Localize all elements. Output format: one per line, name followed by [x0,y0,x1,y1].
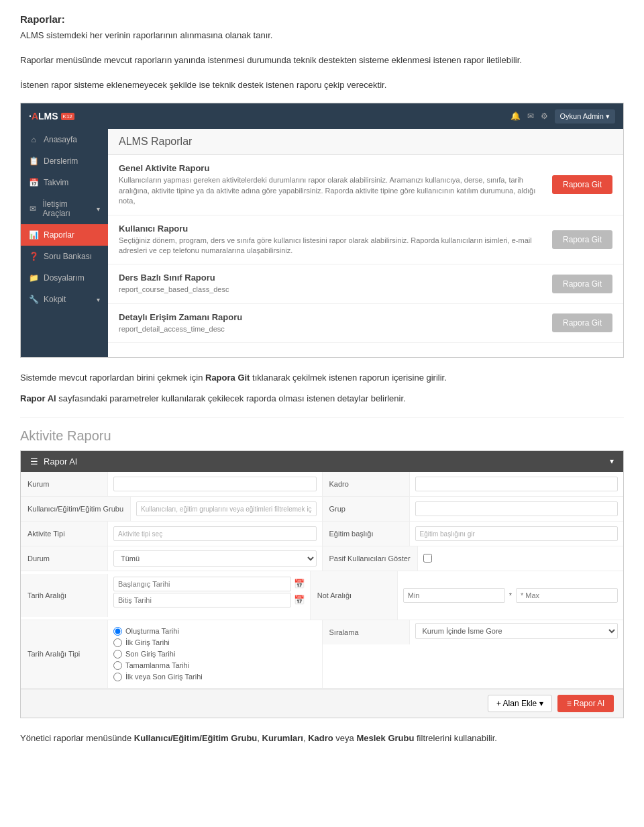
input-aktivite-tip[interactable] [113,526,317,541]
radio-ilkveson[interactable]: İlk veya Son Giriş Tarihi [113,673,203,681]
panel-chevron-icon[interactable]: ▾ [610,456,614,466]
select-siralama[interactable]: Kurum İçinde İsme Gore [415,623,619,639]
sidebar-item-takvim[interactable]: 📅 Takvim [21,172,108,193]
sidebar-item-kokpit[interactable]: 🔧 Kokpit ▾ [21,289,108,310]
report-btn-ders[interactable]: Rapora Git [552,275,612,293]
mid-text2-rest: sayfasındaki parametreler kullanılarak ç… [56,393,406,403]
notification-icon[interactable]: 🔔 [511,111,521,121]
form-half-kurum: Kurum [21,472,323,496]
rapor-panel-header: ☰ Rapor Al ▾ [21,451,623,472]
select-durum[interactable]: Tümü [113,550,317,567]
report-desc-genel: Kullanıcıların yapması gereken aktivitel… [119,175,544,206]
alms-topbar: ·ALMS K12 🔔 ✉ ⚙ Oykun Admin ▾ [21,103,623,129]
radio-input-ilkgiris[interactable] [113,638,122,647]
alms-main-content: ALMS Raporlar Genel Aktivite Raporu Kull… [108,129,623,357]
home-icon: ⌂ [29,135,38,144]
sidebar-label-iletisim: İletişim Araçları [42,199,91,218]
calendar-end-icon[interactable]: 📅 [294,595,305,605]
report-info-kullanici: Kullanıcı Raporu Seçtiğiniz dönem, progr… [119,224,544,256]
label-kadro: Kadro [323,472,410,496]
report-info-detayli: Detaylı Erişim Zamanı Raporu report_deta… [119,312,544,334]
field-egitim-baslik [410,524,624,544]
input-baslangic-tarihi[interactable] [113,577,291,591]
bottom-text: Yönetici raporlar menüsünde Kullanıcı/Eğ… [20,732,624,746]
input-kurum[interactable] [113,477,317,491]
form-half-not-aralik: Not Aralığı * [311,571,623,620]
field-durum: Tümü [108,548,322,569]
radio-label-songiris: Son Giriş Tarihi [125,650,175,658]
report-btn-detayli[interactable]: Rapora Git [552,313,612,332]
form-row-tarih: Tarih Aralığı 📅 📅 [21,571,623,620]
section-text2: Raporlar menüsünde mevcut raporların yan… [20,54,624,68]
courses-icon: 📋 [29,156,38,166]
radio-olusturma[interactable]: Oluşturma Tarihi [113,627,203,636]
bottom-bold-kullanici: Kullanıcı/Eğitim/Eğitim Grubu [134,733,257,743]
label-grup: Grup [323,497,410,521]
mail-icon[interactable]: ✉ [527,111,534,121]
sidebar-label-sorubankasi: Soru Bankası [44,252,92,261]
minmax-sep: * [509,591,512,599]
bottom-mid3: veya [333,733,357,743]
section-raporlar: Raporlar: ALMS sistemdeki her verinin ra… [20,13,624,92]
alms-ui-screenshot: ·ALMS K12 🔔 ✉ ⚙ Oykun Admin ▾ ⌂ Anasayfa… [20,103,624,358]
checkbox-pasif[interactable] [423,554,432,563]
field-kadro [410,474,624,494]
alan-ekle-button[interactable]: + Alan Ekle ▾ [488,695,552,712]
sidebar-item-derslerim[interactable]: 📋 Derslerim [21,150,108,172]
form-half-grup: Grup [323,497,624,521]
sidebar-label-derslerim: Derslerim [44,156,78,166]
user-menu[interactable]: Oykun Admin ▾ [555,109,615,124]
sidebar-label-kokpit: Kokpit [44,295,66,304]
report-row-genel: Genel Aktivite Raporu Kullanıcıların yap… [108,155,623,215]
calendar-start-icon[interactable]: 📅 [294,579,305,589]
radio-songiris[interactable]: Son Giriş Tarihi [113,650,203,659]
input-not-min[interactable] [403,588,505,603]
report-name-genel: Genel Aktivite Raporu [119,163,544,173]
radio-input-ilkveson[interactable] [113,673,122,681]
input-egitim-baslik[interactable] [415,526,619,541]
radio-input-olusturma[interactable] [113,627,122,636]
label-aktivite-tip: Aktivite Tipi [21,522,108,546]
divider [20,417,624,418]
form-half-pasif: Pasif Kullanıcıları Göster [323,546,624,571]
sidebar-item-iletisim[interactable]: ✉ İletişim Araçları ▾ [21,193,108,224]
sidebar-label-anasayfa: Anasayfa [44,135,77,144]
report-desc-kullanici: Seçtiğiniz dönem, program, ders ve sınıf… [119,236,544,256]
radio-label-olusturma: Oluşturma Tarihi [125,627,179,635]
settings-icon[interactable]: ⚙ [541,111,548,121]
section-text3: İstenen rapor sisteme eklenemeyecek şeki… [20,79,624,93]
field-tarih-aralik-tip: Oluşturma Tarihi İlk Giriş Tarihi Son Gi… [108,620,322,688]
radio-input-tamamlanma[interactable] [113,661,122,670]
report-btn-genel[interactable]: Rapora Git [552,175,612,194]
radio-tamamlanma[interactable]: Tamamlanma Tarihi [113,661,203,670]
label-siralama: Sıralama [323,620,410,644]
reports-icon: 📊 [29,230,38,240]
input-not-max[interactable] [516,588,618,603]
form-row-aktivite-tip: Aktivite Tipi Eğitim başlığı [21,522,623,546]
report-row-ders: Ders Bazlı Sınıf Raporu report_course_ba… [108,264,623,303]
field-kurum [108,474,322,494]
mid-text1-pre: Sistemde mevcut raporlardan birini çekme… [20,373,205,383]
panel-title: Rapor Al [44,456,77,467]
input-kadro[interactable] [415,477,619,491]
input-bitis-tarihi[interactable] [113,593,291,607]
panel-collapse-icon[interactable]: ☰ [30,456,38,467]
rapor-al-button[interactable]: ≡ Rapor Al [557,695,614,712]
sidebar-item-anasayfa[interactable]: ⌂ Anasayfa [21,129,108,150]
label-not-aralik: Not Aralığı [311,571,398,620]
report-desc-ders: report_course_based_class_desc [119,285,544,295]
sidebar-item-sorubankasi[interactable]: ❓ Soru Bankası [21,246,108,267]
form-row-kurum: Kurum Kadro [21,472,623,497]
radio-ilkgiris[interactable]: İlk Giriş Tarihi [113,638,203,647]
aktivite-raporu-title: Aktivite Raporu [20,428,624,444]
expand-icon-kokpit: ▾ [97,296,100,303]
input-kullanici-egitim[interactable] [136,501,316,516]
field-siralama: Kurum İçinde İsme Gore [410,620,624,642]
input-grup[interactable] [415,501,619,516]
report-name-kullanici: Kullanıcı Raporu [119,224,544,234]
report-btn-kullanici[interactable]: Rapora Git [552,230,612,249]
radio-input-songiris[interactable] [113,650,122,659]
sidebar-item-dosyalarim[interactable]: 📁 Dosyalarım [21,267,108,289]
form-row-tarih-tip: Tarih Aralığı Tipi Oluşturma Tarihi İlk … [21,620,623,689]
sidebar-item-raporlar[interactable]: 📊 Raporlar [21,224,108,246]
